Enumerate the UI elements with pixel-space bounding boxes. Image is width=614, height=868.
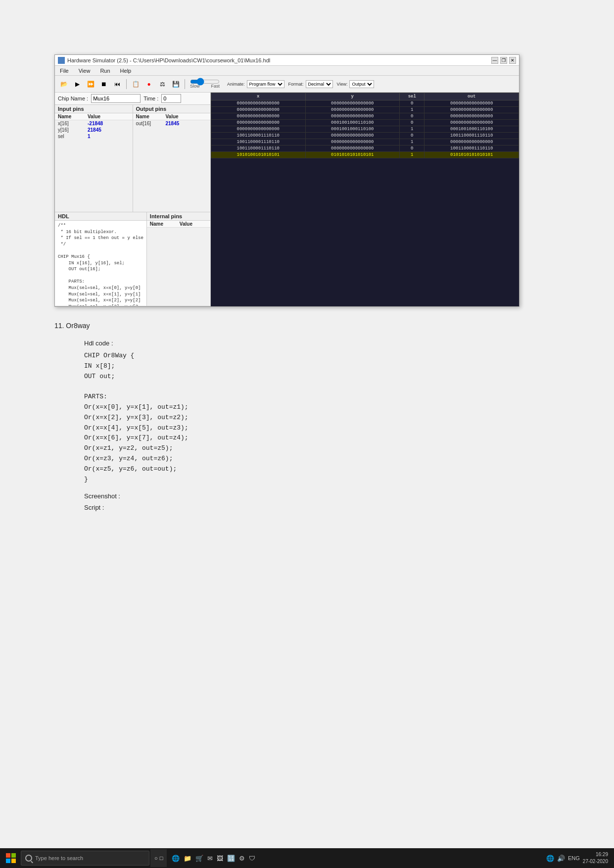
clock-time: 16:29 [583, 851, 608, 858]
taskview-button[interactable]: ○ □ [150, 849, 167, 867]
waveform-col-out: out [425, 93, 519, 100]
animate-select[interactable]: Program flow None [247, 80, 284, 88]
security-icon[interactable]: 🛡 [249, 855, 255, 862]
taskbar-search-box[interactable]: Type here to search [21, 851, 149, 866]
prev-button[interactable]: ⏮ [111, 78, 123, 90]
input-pins-header: Input pins [55, 105, 133, 113]
pin-value-sel[interactable]: 1 [88, 134, 91, 139]
internal-pins-panel: Internal pins Name Value [147, 212, 210, 306]
format-select[interactable]: Decimal Binary Hex [306, 80, 333, 88]
view-section: View: Output Script [337, 80, 375, 88]
compare-button[interactable]: ⚖ [156, 78, 168, 90]
pin-value-x16[interactable]: -21848 [88, 121, 103, 126]
waveform-col-sel: sel [400, 93, 425, 100]
animate-label: Animate: [227, 82, 245, 87]
photos-icon[interactable]: 🖼 [217, 855, 223, 862]
hdl-code-display[interactable]: /** * 16 bit multiplexor. * If sel == 1 … [55, 221, 146, 306]
script-button[interactable]: 📋 [130, 78, 142, 90]
search-icon [25, 855, 32, 862]
menu-run[interactable]: Run [98, 67, 112, 74]
waveform-col-y: y [305, 93, 400, 100]
or1-line: Or(x=x[0], y=x[1], out=z1); [84, 402, 450, 413]
format-section: Format: Decimal Binary Hex [288, 80, 333, 88]
explorer-icon[interactable]: 📁 [184, 855, 191, 862]
edge-icon[interactable]: 🌐 [172, 855, 180, 862]
speed-slider[interactable] [190, 80, 220, 84]
table-row: 1001100001110110 0000000000000000 0 1001… [211, 145, 519, 152]
close-brace-line: } [84, 475, 450, 485]
internal-col-header: Name Value [147, 221, 210, 228]
input-col-value: Value [88, 114, 100, 119]
simulator-window: Hardware Simulator (2.5) - C:\Users\HP\D… [54, 54, 520, 307]
out-line: OUT out; [84, 372, 450, 382]
taskbar-right: 🌐 🔊 ENG 16:29 27-02-2020 [546, 851, 612, 865]
mail-icon[interactable]: ✉ [207, 855, 213, 862]
play-button[interactable]: ▶ [71, 78, 83, 90]
screenshot-label: Screenshot : [84, 492, 450, 500]
settings-icon[interactable]: ⚙ [239, 855, 245, 862]
parts-line: PARTS: [84, 392, 450, 402]
save-button[interactable]: 💾 [170, 78, 182, 90]
main-container: Hardware Simulator (2.5) - C:\Users\HP\D… [0, 0, 614, 868]
waveform-panel: x y sel out 0000000000000000 00000000000… [211, 93, 519, 306]
pin-row-y16: y[16] 21845 [55, 127, 133, 133]
code-block: CHIP Or8Way { IN x[8]; OUT out; PARTS: O… [84, 351, 450, 484]
waveform-col-x: x [211, 93, 306, 100]
format-label: Format: [288, 82, 304, 87]
speed-control: Slow Fast [190, 80, 220, 89]
hdl-panel: HDL /** * 16 bit multiplexor. * If sel =… [55, 212, 147, 306]
volume-icon[interactable]: 🔊 [557, 855, 565, 862]
start-button[interactable] [2, 849, 20, 867]
win-logo-blue [6, 859, 10, 863]
titlebar-controls: — ❐ ✕ [491, 57, 516, 64]
close-button[interactable]: ✕ [509, 57, 516, 64]
menu-file[interactable]: File [58, 67, 71, 74]
section-number: 11. Or8way [54, 322, 450, 330]
view-select[interactable]: Output Script [349, 80, 374, 88]
internal-col-name: Name [150, 221, 180, 227]
store-icon[interactable]: 🛒 [195, 855, 203, 862]
menu-view[interactable]: View [77, 67, 93, 74]
minimize-button[interactable]: — [491, 57, 498, 64]
calculator-icon[interactable]: 🔢 [227, 855, 235, 862]
load-chip-button[interactable]: 📂 [58, 78, 70, 90]
fast-forward-button[interactable]: ⏩ [85, 78, 96, 90]
or7-line: Or(x=z5, y=z6, out=out); [84, 464, 450, 475]
table-row: 1001100001110110 0000000000000000 0 1001… [211, 133, 519, 139]
table-row-highlighted: 1010100101010101 0101010101010101 1 0101… [211, 152, 519, 158]
chip-name-label: Chip Name : [58, 96, 88, 101]
app-icon [58, 57, 65, 64]
pin-value-out16[interactable]: 21845 [166, 121, 180, 126]
taskbar-clock[interactable]: 16:29 27-02-2020 [583, 851, 608, 865]
pin-value-y16[interactable]: 21845 [88, 127, 101, 133]
table-row: 1001100001110110 0000000000000000 1 0000… [211, 139, 519, 145]
chip-name-input[interactable] [91, 94, 141, 103]
stop-button[interactable]: ⏹ [98, 78, 110, 90]
menu-help[interactable]: Help [118, 67, 134, 74]
taskview-label: □ [160, 855, 163, 861]
in-line: IN x[8]; [84, 361, 450, 372]
pin-row-out16: out[16] 21845 [133, 120, 211, 127]
restore-button[interactable]: ❐ [500, 57, 507, 64]
table-row: 0000000000000000 0001001000110100 1 0001… [211, 126, 519, 133]
input-col-name: Name [58, 114, 88, 119]
page-content: 11. Or8way Hdl code : CHIP Or8Way { IN x… [54, 322, 450, 515]
network-icon[interactable]: 🌐 [546, 855, 554, 862]
or6-line: Or(x=z3, y=z4, out=z6); [84, 454, 450, 464]
hdl-section: HDL /** * 16 bit multiplexor. * If sel =… [55, 212, 210, 306]
internal-col-value: Value [180, 221, 192, 227]
pin-row-sel: sel 1 [55, 133, 133, 140]
format-row: Format: Decimal Binary Hex [288, 80, 333, 88]
main-content: Chip Name : Time : Input pins Name Value [55, 93, 519, 306]
window-title: Hardware Simulator (2.5) - C:\Users\HP\D… [67, 57, 270, 63]
output-pins-panel: Output pins Name Value out[16] 21845 [133, 105, 211, 212]
taskbar-pinned-apps: 🌐 📁 🛒 ✉ 🖼 🔢 ⚙ 🛡 [168, 855, 259, 862]
pin-name-out16: out[16] [136, 121, 166, 126]
time-input[interactable] [161, 94, 181, 103]
windows-logo [6, 853, 16, 863]
win-logo-yellow [11, 859, 16, 863]
breakpoints-button[interactable]: ● [143, 78, 155, 90]
output-pins-col-header: Name Value [133, 113, 211, 120]
toolbar-options: Animate: Program flow None Format: Decim… [227, 80, 374, 88]
language-indicator[interactable]: ENG [568, 855, 580, 861]
